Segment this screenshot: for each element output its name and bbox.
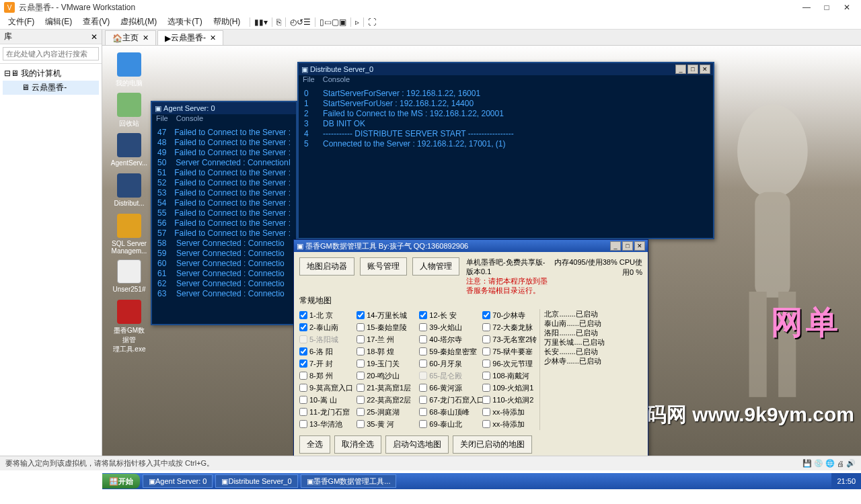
taskbar-item-gm[interactable]: ▣ 墨香GM数据管理工具... [301,474,397,488]
tab-map-launcher[interactable]: 地图启动器 [299,257,354,276]
map-checkbox[interactable]: 7-开 封 [299,358,357,370]
system-tray[interactable]: 21:50 [831,473,861,489]
snapshot-manager-icon[interactable]: ☰ [303,17,311,27]
map-checkbox[interactable]: 22-莫高窟2层 [357,394,419,406]
map-checkbox[interactable]: 110-火焰洞2 [482,394,539,406]
distribute-console-window[interactable]: ▣ Distribute Server_0_□✕ FileConsole 0St… [297,62,714,239]
menu-edit[interactable]: 编辑(E) [40,16,77,28]
gm-tool-window[interactable]: ▣ 墨香GM数据管理工具 By:孩子气 QQ:1360892906_□✕ 地图启… [293,239,648,456]
map-checkbox[interactable]: 73-无名室2转 [482,333,539,345]
map-checkbox[interactable]: 96-次元节理 [482,358,539,370]
map-checkbox[interactable]: 14-万里长城 [357,309,419,321]
map-checkbox[interactable]: 18-郭 煌 [357,345,419,358]
view-tabs-icon[interactable]: ▢ [332,17,339,27]
map-checkbox[interactable]: 20-鸣沙山 [357,370,419,382]
map-checkbox[interactable]: 109-火焰洞1 [482,382,539,394]
snapshot-revert-icon[interactable]: ↺ [297,17,303,27]
agent-console-window[interactable]: ▣ Agent Server: 0 FileConsole 47Failed t… [151,101,297,325]
console-menu-console[interactable]: Console [176,114,203,122]
menu-vm[interactable]: 虚拟机(M) [115,16,162,28]
close-button[interactable]: ✕ [634,241,645,251]
map-checkbox[interactable]: 40-塔尔寺 [419,333,482,345]
map-checkbox[interactable]: 10-嵩 山 [299,394,357,406]
desktop-icon-unser[interactable]: Unser251# [110,259,148,293]
unity-icon[interactable]: ▹ [355,17,359,27]
desktop-icon-recycle[interactable]: 回收站 [110,93,148,128]
tab-vm[interactable]: ▶ 云鼎墨香- ✕ [157,30,223,45]
select-all-button[interactable]: 全选 [299,435,330,454]
view-single-icon[interactable]: ▯ [320,17,324,27]
view-tile-icon[interactable]: ▭ [324,17,332,27]
desktop-icon-sql[interactable]: SQL Server Managem... [110,214,148,255]
map-checkbox[interactable]: 68-泰山顶峰 [419,406,482,418]
map-checkbox[interactable]: 15-秦始皇陵 [357,321,419,333]
desktop-icon-computer[interactable]: 我的电脑 [110,52,148,88]
map-checkbox[interactable]: xx-待添加 [482,418,539,430]
deselect-all-button[interactable]: 取消全选 [334,435,381,454]
map-checkbox[interactable]: 13-华清池 [299,418,357,430]
device-icon[interactable]: 🌐 [825,459,835,468]
desktop-icon-gm[interactable]: 墨香GM数据管 理工具.exe [110,300,148,354]
minimize-button[interactable]: _ [610,241,621,251]
minimize-button[interactable]: _ [675,65,686,74]
map-checkbox[interactable]: 6-洛 阳 [299,345,357,358]
maximize-button[interactable]: □ [622,241,633,251]
menu-help[interactable]: 帮助(H) [208,16,246,28]
console-menu-console[interactable]: Console [323,75,350,83]
dropdown-icon[interactable]: ▾ [264,17,268,27]
map-checkbox[interactable]: 72-大秦龙脉 [482,321,539,333]
library-search-input[interactable] [3,47,99,60]
close-started-button[interactable]: 关闭已启动的地图 [453,435,532,454]
console-menu-file[interactable]: File [303,75,315,83]
vm-desktop[interactable]: 我的电脑 回收站 AgentServ... Distribut... SQL S… [102,46,861,456]
map-checkbox[interactable]: 21-莫高窟1层 [357,382,419,394]
map-checkbox[interactable]: 69-泰山北 [419,418,482,430]
map-checkbox[interactable]: 1-北 京 [299,309,357,321]
console-menu-file[interactable]: File [156,114,168,122]
close-icon[interactable]: ✕ [143,34,149,42]
map-checkbox[interactable]: xx-待添加 [482,406,539,418]
map-checkbox[interactable]: 25-洞庭湖 [357,406,419,418]
desktop-icon-agent[interactable]: AgentServ... [110,133,148,167]
map-checkbox[interactable]: 12-长 安 [419,309,482,321]
map-checkbox[interactable]: 59-秦始皇密室 [419,345,482,358]
map-checkbox[interactable]: 35-黄 河 [357,418,419,430]
view-thumbnails-icon[interactable]: ▣ [339,17,346,27]
map-checkbox[interactable]: 66-黄河源 [419,382,482,394]
pause-button[interactable]: ▮▮ [254,17,264,27]
snapshot-icon[interactable]: ◴ [290,17,297,27]
start-selected-button[interactable]: 启动勾选地图 [385,435,449,454]
taskbar-item-agent[interactable]: ▣ Agent Server: 0 [143,474,213,488]
minimize-button[interactable]: — [796,1,817,14]
device-icon[interactable]: 💾 [802,459,812,468]
tree-root[interactable]: ⊟🖥 我的计算机 [3,67,99,81]
device-icon[interactable]: 🖨 [837,460,844,468]
map-checkbox[interactable]: 2-泰山南 [299,321,357,333]
tab-char-mgmt[interactable]: 人物管理 [412,257,459,276]
menu-file[interactable]: 文件(F) [3,16,40,28]
menu-tabs[interactable]: 选项卡(T) [162,16,207,28]
sidebar-close-icon[interactable]: ✕ [91,32,98,42]
map-checkbox[interactable]: 9-莫高窟入口 [299,382,357,394]
map-checkbox[interactable]: 108-南戴河 [482,370,539,382]
tab-account-mgmt[interactable]: 账号管理 [360,257,407,276]
close-icon[interactable]: ✕ [210,34,216,42]
map-checkbox[interactable]: 8-郑 州 [299,370,357,382]
fullscreen-icon[interactable]: ⛶ [368,17,376,27]
map-checkbox[interactable]: 60-月牙泉 [419,358,482,370]
maximize-button[interactable]: □ [687,65,698,74]
tab-home[interactable]: 🏠 主页 ✕ [105,30,156,45]
send-ctrl-alt-del-icon[interactable]: ⎘ [276,17,281,27]
taskbar-item-distribute[interactable]: ▣ Distribute Server_0 [215,474,297,488]
map-checkbox[interactable]: 11-龙门石窟 [299,406,357,418]
close-button[interactable]: ✕ [837,1,857,14]
map-checkbox[interactable]: 67-龙门石窟入口 [419,394,482,406]
map-checkbox[interactable]: 39-火焰山 [419,321,482,333]
map-checkbox[interactable]: 17-兰 州 [357,333,419,345]
tree-vm[interactable]: 🖥 云鼎墨香- [3,81,99,95]
maximize-button[interactable]: □ [817,1,837,14]
map-checkbox[interactable]: 75-狱牛要塞 [482,345,539,358]
desktop-icon-dist[interactable]: Distribut... [110,173,148,207]
map-checkbox[interactable]: 19-玉门关 [357,358,419,370]
map-checkbox[interactable]: 70-少林寺 [482,309,539,321]
